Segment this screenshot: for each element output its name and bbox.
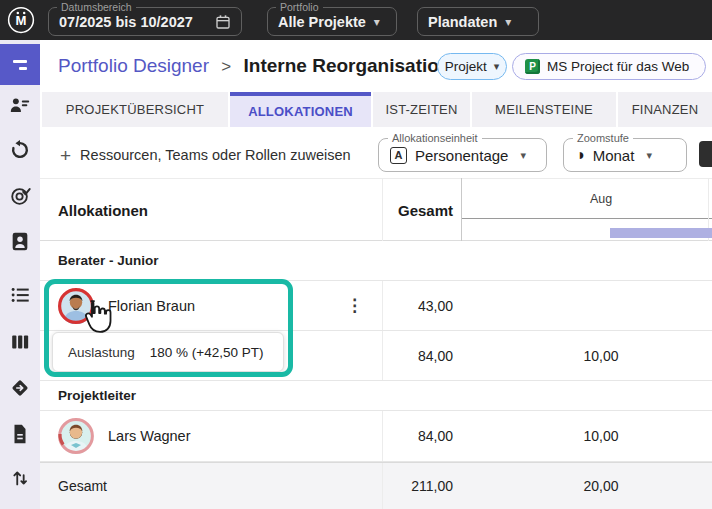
tab-finanzen[interactable]: FINANZEN [618,92,712,127]
gantt-icon [13,60,27,63]
plus-icon: + [60,146,71,165]
zoom-level-select[interactable]: Zoomstufe ◑ Monat ▾ [563,138,687,172]
total-value: 84,00 [382,411,461,461]
project-type-chip[interactable]: Projekt ▾ [437,53,507,80]
assign-resources-button[interactable]: + Ressourcen, Teams oder Rollen zuweisen [60,138,351,172]
clipped-toolbar-button[interactable] [699,141,712,167]
aug-value [461,281,712,330]
table-row-gesamt-total: Gesamt 211,00 20,00 [40,462,712,509]
ms-project-chip[interactable]: P MS Project für das Web [512,53,706,80]
columns-icon [9,331,31,353]
group-row-berater-junior: Berater - Junior [40,241,712,281]
chevron-down-icon: ▾ [505,15,511,29]
chevron-down-icon: ▾ [494,60,500,73]
hand-cursor-icon [78,298,112,334]
date-range-field[interactable]: Datumsbereich 07/2025 bis 10/2027 [48,7,242,36]
aug-value: 10,00 [461,411,712,461]
date-range-value: 07/2025 bis 10/2027 [59,14,193,30]
total-value: 211,00 [382,463,461,509]
meisterplan-logo: M [6,5,36,35]
total-value: 43,00 [382,281,461,330]
milestone-diamond-icon [9,377,31,399]
column-header-gesamt: Gesamt [382,179,461,241]
chevron-down-icon: ▾ [374,15,380,29]
ms-project-icon: P [525,59,540,74]
portfolio-value: Alle Projekte [278,14,366,30]
sidebar-item-team[interactable] [9,94,31,116]
tab-projektuebersicht[interactable]: PROJEKTÜBERSICHT [42,92,228,127]
group-row-projektleiter: Projektleiter [40,381,712,411]
date-range-label: Datumsbereich [57,1,136,13]
assign-resources-label: Ressourcen, Teams oder Rollen zuweisen [80,147,351,163]
tab-ist-zeiten[interactable]: IST-ZEITEN [373,92,470,127]
half-circle-icon: ◑ [575,147,585,163]
table-row-lars-wagner[interactable]: Lars Wagner 84,00 10,00 [40,411,712,462]
aug-value: 20,00 [461,463,712,509]
sidebar-item-sync[interactable] [9,139,31,161]
total-value: 84,00 [382,331,461,380]
sidebar-item-goals[interactable] [9,185,31,207]
chevron-down-icon: ▾ [520,149,526,162]
sidebar [0,40,40,509]
plan-data-value: Plandaten [428,14,497,30]
zoom-level-value: Monat [593,147,635,164]
page-title: Interne Reorganisation [244,55,451,76]
team-icon [9,94,31,116]
avatar[interactable] [58,418,94,454]
sidebar-item-reports[interactable] [9,423,31,445]
allocation-unit-select[interactable]: Allokationseinheit A Personentage ▾ [378,138,547,172]
zoom-level-label: Zoomstufe [573,132,633,144]
column-header-allokationen: Allokationen [58,179,148,241]
breadcrumb-parent-link[interactable]: Portfolio Designer [58,55,209,76]
target-check-icon [9,185,31,207]
svg-text:M: M [16,13,27,28]
total-row-label: Gesamt [58,478,107,494]
sidebar-item-board[interactable] [9,331,31,353]
refresh-icon [9,139,31,161]
ms-project-chip-label: MS Project für das Web [547,59,689,74]
project-chip-label: Projekt [445,59,487,74]
person-name: Lars Wagner [108,428,190,444]
timeline-month-header: Aug [461,179,712,219]
portfolio-select[interactable]: Portfolio Alle Projekte ▾ [267,7,397,36]
badge-icon [9,230,31,252]
chevron-down-icon: ▾ [646,149,652,162]
list-icon [9,284,31,306]
sidebar-item-milestones[interactable] [9,377,31,399]
sidebar-item-sort[interactable] [9,467,31,489]
tab-allokationen[interactable]: ALLOKATIONEN [230,92,371,127]
kebab-menu-icon[interactable]: ⋮ [346,281,363,330]
sort-arrows-icon [9,467,31,489]
breadcrumb: Portfolio Designer > Interne Reorganisat… [58,55,450,77]
group-label: Berater - Junior [58,253,159,268]
portfolio-designer-app: M Datumsbereich 07/2025 bis 10/2027 Port… [0,0,712,509]
sidebar-item-list[interactable] [9,284,31,306]
main-panel: Portfolio Designer > Interne Reorganisat… [40,40,712,509]
plan-data-select[interactable]: Plandaten ▾ [417,7,539,36]
sidebar-item-gantt-active[interactable] [0,44,40,85]
breadcrumb-separator: > [221,57,231,76]
portfolio-label: Portfolio [276,1,323,13]
sidebar-item-resources[interactable] [9,230,31,252]
document-icon [9,423,31,445]
group-label: Projektleiter [58,388,136,403]
allocation-unit-value: Personentage [415,147,508,164]
topbar: M Datumsbereich 07/2025 bis 10/2027 Port… [0,0,712,40]
tab-meilensteine[interactable]: MEILENSTEINE [472,92,616,127]
unit-a-icon: A [390,147,407,164]
allocation-unit-label: Allokationseinheit [388,132,482,144]
aug-value: 10,00 [461,331,712,380]
calendar-icon [215,14,231,30]
timeline-project-bar [610,228,712,238]
